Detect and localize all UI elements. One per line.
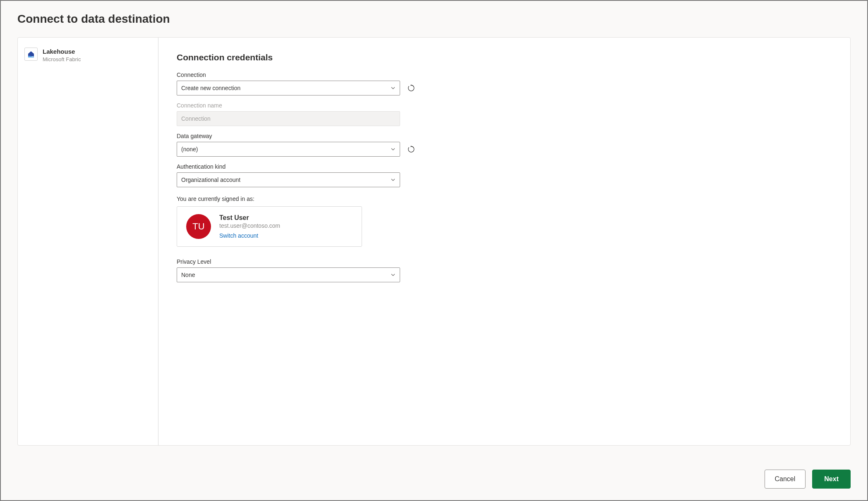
data-gateway-select[interactable]: (none) — [177, 142, 400, 157]
main-panel: Connection credentials Connection Create… — [158, 38, 850, 445]
connection-refresh-button[interactable] — [406, 83, 417, 93]
connection-value: Create new connection — [181, 85, 240, 91]
sidebar-item-sublabel: Microsoft Fabric — [43, 56, 81, 63]
sidebar-item-lakehouse[interactable]: Lakehouse Microsoft Fabric — [24, 48, 151, 63]
signed-in-as-label: You are currently signed in as: — [177, 196, 832, 202]
privacy-select[interactable]: None — [177, 267, 400, 282]
data-gateway-label: Data gateway — [177, 133, 832, 139]
sidebar: Lakehouse Microsoft Fabric — [18, 38, 158, 445]
footer: Cancel Next — [765, 470, 851, 489]
chevron-down-icon — [391, 272, 396, 277]
refresh-icon — [407, 84, 415, 92]
auth-kind-label: Authentication kind — [177, 163, 832, 170]
dialog-title: Connect to data destination — [1, 1, 867, 33]
sidebar-item-label: Lakehouse — [43, 48, 81, 56]
field-data-gateway: Data gateway (none) — [177, 133, 832, 157]
chevron-down-icon — [391, 147, 396, 152]
switch-account-link[interactable]: Switch account — [219, 232, 258, 239]
chevron-down-icon — [391, 86, 396, 91]
field-connection: Connection Create new connection — [177, 72, 832, 95]
account-card: TU Test User test.user@contoso.com Switc… — [177, 206, 362, 247]
account-email: test.user@contoso.com — [219, 222, 280, 229]
avatar: TU — [186, 214, 211, 239]
data-gateway-value: (none) — [181, 146, 198, 153]
auth-kind-select[interactable]: Organizational account — [177, 172, 400, 187]
content-card: Lakehouse Microsoft Fabric Connection cr… — [17, 37, 851, 446]
lakehouse-svg-icon — [27, 50, 35, 58]
account-name: Test User — [219, 214, 280, 222]
connection-label: Connection — [177, 72, 832, 78]
data-gateway-refresh-button[interactable] — [406, 144, 417, 155]
connection-name-label: Connection name — [177, 102, 832, 109]
section-title: Connection credentials — [177, 52, 832, 62]
field-connection-name: Connection name Connection — [177, 102, 832, 126]
connection-name-input: Connection — [177, 111, 400, 126]
privacy-value: None — [181, 272, 195, 278]
refresh-icon — [407, 145, 415, 153]
auth-kind-value: Organizational account — [181, 177, 240, 183]
lakehouse-icon — [24, 48, 38, 61]
field-privacy-level: Privacy Level None — [177, 258, 832, 282]
field-auth-kind: Authentication kind Organizational accou… — [177, 163, 832, 187]
connection-select[interactable]: Create new connection — [177, 81, 400, 95]
next-button[interactable]: Next — [812, 470, 851, 489]
chevron-down-icon — [391, 177, 396, 182]
cancel-button[interactable]: Cancel — [765, 470, 806, 489]
connection-name-value: Connection — [181, 115, 211, 122]
privacy-label: Privacy Level — [177, 258, 832, 265]
